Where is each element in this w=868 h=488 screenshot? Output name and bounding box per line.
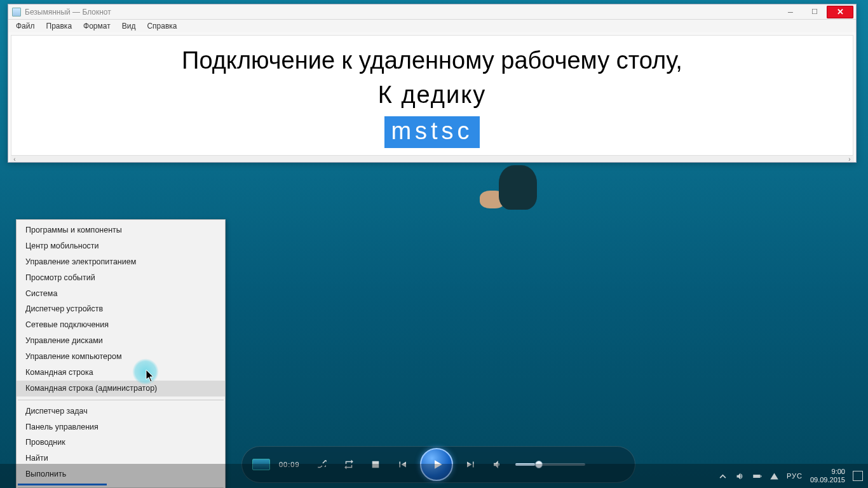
notepad-window: Безымянный — Блокнот ─ ☐ ✕ Файл Правка Ф… [8,4,857,163]
menu-file[interactable]: Файл [12,20,39,32]
mi-event-viewer[interactable]: Просмотр событий [17,270,225,286]
menu-help[interactable]: Справка [143,20,180,32]
winx-context-menu: Программы и компоненты Центр мобильности… [16,219,226,488]
menu-separator [18,400,224,400]
mi-control-panel[interactable]: Панель управления [17,419,225,435]
mi-system[interactable]: Система [17,286,225,302]
mi-computer-management[interactable]: Управление компьютером [17,349,225,365]
menu-format[interactable]: Формат [79,20,114,32]
mi-disk-management[interactable]: Управление дисками [17,333,225,349]
mi-mobility-center[interactable]: Центр мобильности [17,238,225,254]
tray-chevron-up-icon[interactable] [718,471,728,481]
tray-volume-icon[interactable] [735,471,745,481]
system-tray: РУС 9:00 09.09.2015 [718,468,863,484]
editor-line-1: Подключение к удаленному рабочему столу, [11,46,853,76]
tray-network-icon[interactable] [770,471,779,481]
mi-explorer[interactable]: Проводник [17,435,225,451]
horizontal-scrollbar[interactable]: ‹ › [10,156,854,162]
minimize-button[interactable]: ─ [778,6,803,18]
scroll-right-icon[interactable]: › [845,156,854,163]
maximize-button[interactable]: ☐ [803,6,827,18]
mi-task-manager[interactable]: Диспетчер задач [17,403,225,419]
action-center-icon[interactable] [853,471,863,481]
mi-command-prompt[interactable]: Командная строка [17,365,225,381]
menu-view[interactable]: Вид [118,20,140,32]
tray-time: 9:00 [832,468,845,476]
tray-clock[interactable]: 9:00 09.09.2015 [810,468,845,484]
menu-edit[interactable]: Правка [43,20,76,32]
mi-programs-features[interactable]: Программы и компоненты [17,222,225,238]
mi-command-prompt-admin[interactable]: Командная строка (администратор) [17,381,225,396]
tray-date: 09.09.2015 [810,476,845,484]
mi-network-connections[interactable]: Сетевые подключения [17,317,225,333]
window-title: Безымянный — Блокнот [25,8,111,17]
mi-device-manager[interactable]: Диспетчер устройств [17,301,225,317]
titlebar[interactable]: Безымянный — Блокнот ─ ☐ ✕ [8,4,856,20]
editor-selection: mstsc [384,116,479,148]
editor-area[interactable]: Подключение к удаленному рабочему столу,… [11,35,853,156]
tray-language[interactable]: РУС [787,472,803,480]
close-button[interactable]: ✕ [827,6,853,18]
scroll-left-icon[interactable]: ‹ [10,156,19,163]
menubar: Файл Правка Формат Вид Справка [8,20,856,32]
mi-power-options[interactable]: Управление электропитанием [17,254,225,270]
wallpaper-swimmer [480,165,556,235]
tray-battery-icon[interactable] [752,471,762,481]
notepad-icon [12,8,21,17]
editor-line-2: К дедику [11,80,853,111]
taskbar: РУС 9:00 09.09.2015 [0,464,868,488]
